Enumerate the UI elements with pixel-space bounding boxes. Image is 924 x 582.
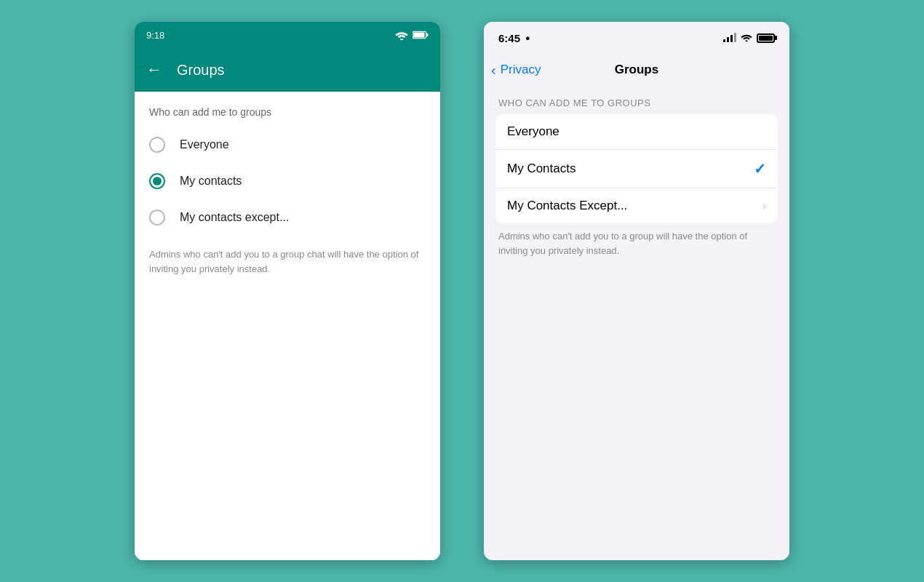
android-header: ← Groups	[135, 48, 440, 92]
ios-time: 6:45 ●	[498, 32, 530, 44]
android-note: Admins who can't add you to a group chat…	[135, 236, 440, 287]
android-radio-my-contacts	[149, 173, 165, 189]
ios-status-bar: 6:45 ●	[484, 22, 789, 54]
svg-point-0	[400, 39, 403, 40]
android-radio-everyone	[149, 137, 165, 153]
signal-bar-4	[734, 33, 736, 42]
android-back-button[interactable]: ←	[146, 62, 162, 78]
android-radio-my-contacts-except	[149, 210, 165, 226]
svg-rect-2	[426, 33, 429, 36]
ios-option-my-contacts[interactable]: My Contacts ✓	[495, 150, 778, 188]
android-section-label: Who can add me to groups	[135, 92, 440, 127]
android-status-icons	[395, 30, 429, 40]
ios-option-my-contacts-label: My Contacts	[507, 162, 575, 176]
android-time: 9:18	[146, 30, 164, 41]
ios-content: WHO CAN ADD ME TO GROUPS Everyone My Con…	[484, 86, 789, 560]
signal-bar-3	[730, 35, 733, 42]
chevron-left-icon: ‹	[491, 63, 496, 77]
ios-wifi-icon	[741, 33, 752, 44]
signal-icon	[723, 33, 736, 42]
android-option-my-contacts[interactable]: My contacts	[135, 163, 440, 199]
ios-note: Admins who can't add you to a group will…	[484, 223, 789, 269]
android-page-title: Groups	[177, 62, 225, 79]
ios-battery-icon	[757, 33, 775, 43]
android-radio-inner	[153, 177, 162, 186]
ios-section-header: WHO CAN ADD ME TO GROUPS	[484, 86, 789, 114]
signal-bar-2	[727, 37, 729, 42]
ios-chevron-right-icon: ›	[762, 199, 766, 212]
ios-options-list: Everyone My Contacts ✓ My Contacts Excep…	[495, 114, 778, 223]
ios-option-my-contacts-except-label: My Contacts Except...	[507, 199, 627, 213]
ios-phone: 6:45 ●	[484, 22, 789, 560]
person-icon: ●	[525, 33, 530, 42]
android-phone: 9:18 ← Groups Who can add me to groups	[135, 22, 440, 560]
ios-status-icons	[723, 33, 775, 44]
android-option-my-contacts-label: My contacts	[180, 175, 242, 188]
svg-rect-3	[413, 33, 424, 38]
ios-option-everyone-label: Everyone	[507, 124, 559, 139]
android-status-bar: 9:18	[135, 22, 440, 48]
ios-nav-bar: ‹ Privacy Groups	[484, 54, 789, 86]
wifi-icon	[395, 30, 408, 40]
ios-checkmark-icon: ✓	[754, 160, 766, 178]
ios-battery-fill	[759, 36, 773, 41]
android-option-my-contacts-except[interactable]: My contacts except...	[135, 199, 440, 236]
android-option-everyone[interactable]: Everyone	[135, 127, 440, 163]
signal-bar-1	[723, 39, 725, 42]
android-option-my-contacts-except-label: My contacts except...	[180, 211, 289, 224]
ios-back-button[interactable]: ‹ Privacy	[491, 63, 541, 77]
battery-icon	[413, 31, 429, 39]
ios-option-everyone[interactable]: Everyone	[495, 114, 778, 150]
ios-back-label: Privacy	[501, 63, 541, 77]
android-content: Who can add me to groups Everyone My con…	[135, 92, 440, 560]
android-option-everyone-label: Everyone	[180, 138, 229, 151]
ios-option-my-contacts-except[interactable]: My Contacts Except... ›	[495, 188, 778, 223]
svg-point-4	[745, 40, 747, 41]
ios-page-title: Groups	[615, 63, 658, 77]
